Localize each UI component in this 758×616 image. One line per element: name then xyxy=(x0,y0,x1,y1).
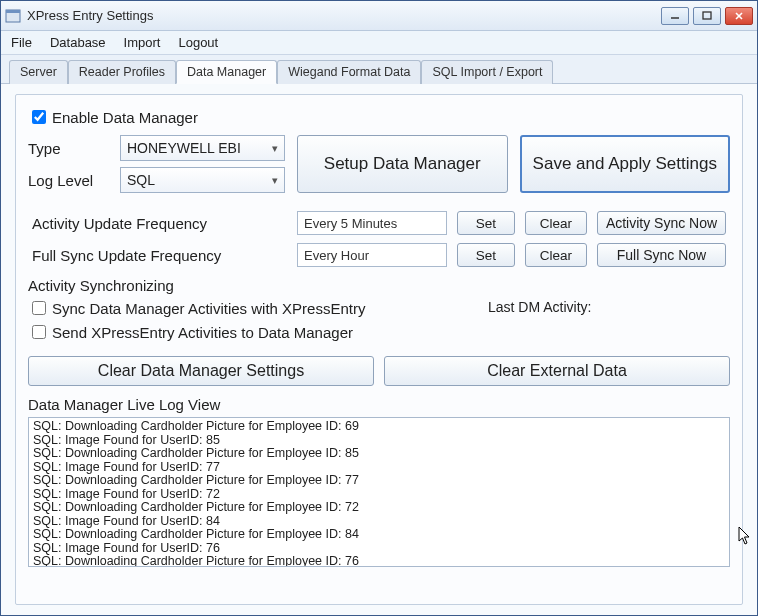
save-apply-button[interactable]: Save and Apply Settings xyxy=(520,135,731,193)
svg-rect-3 xyxy=(703,12,711,19)
loglevel-combo[interactable]: SQL xyxy=(120,167,285,193)
titlebar: XPress Entry Settings xyxy=(1,1,757,31)
log-line: SQL: Downloading Cardholder Picture for … xyxy=(33,555,725,567)
minimize-button[interactable] xyxy=(661,7,689,25)
activity-clear-button[interactable]: Clear xyxy=(525,211,587,235)
log-title: Data Manager Live Log View xyxy=(28,396,730,413)
sync-opt2-checkbox[interactable] xyxy=(32,325,46,339)
tab-reader-profiles[interactable]: Reader Profiles xyxy=(68,60,176,84)
log-line: SQL: Downloading Cardholder Picture for … xyxy=(33,501,725,515)
maximize-button[interactable] xyxy=(693,7,721,25)
fullsync-clear-button[interactable]: Clear xyxy=(525,243,587,267)
fullsync-freq-label: Full Sync Update Frequency xyxy=(32,247,287,264)
tab-server[interactable]: Server xyxy=(9,60,68,84)
menu-file[interactable]: File xyxy=(11,35,32,50)
loglevel-label: Log Level xyxy=(28,172,108,189)
enable-row: Enable Data Manager xyxy=(28,107,730,127)
enable-label: Enable Data Manager xyxy=(52,109,198,126)
log-line: SQL: Downloading Cardholder Picture for … xyxy=(33,474,725,488)
close-button[interactable] xyxy=(725,7,753,25)
log-line: SQL: Downloading Cardholder Picture for … xyxy=(33,528,725,542)
last-dm-activity-label: Last DM Activity: xyxy=(488,299,591,315)
tabstrip: Server Reader Profiles Data Manager Wieg… xyxy=(1,55,757,84)
log-line: SQL: Image Found for UserID: 77 xyxy=(33,461,725,475)
sync-title: Activity Synchronizing xyxy=(28,277,730,294)
log-box[interactable]: SQL: Downloading Cardholder Picture for … xyxy=(28,417,730,567)
setup-button[interactable]: Setup Data Manager xyxy=(297,135,508,193)
loglevel-value: SQL xyxy=(127,172,155,188)
activity-freq-input[interactable]: Every 5 Minutes xyxy=(297,211,447,235)
menu-import[interactable]: Import xyxy=(124,35,161,50)
tab-wiegand[interactable]: Wiegand Format Data xyxy=(277,60,421,84)
data-manager-panel: Enable Data Manager Type HONEYWELL EBI S… xyxy=(15,94,743,605)
app-icon xyxy=(5,8,21,24)
log-line: SQL: Downloading Cardholder Picture for … xyxy=(33,447,725,461)
menu-logout[interactable]: Logout xyxy=(178,35,218,50)
log-line: SQL: Downloading Cardholder Picture for … xyxy=(33,420,725,434)
log-line: SQL: Image Found for UserID: 72 xyxy=(33,488,725,502)
svg-rect-1 xyxy=(6,10,20,13)
clear-external-data-button[interactable]: Clear External Data xyxy=(384,356,730,386)
clear-dm-settings-button[interactable]: Clear Data Manager Settings xyxy=(28,356,374,386)
menu-database[interactable]: Database xyxy=(50,35,106,50)
sync-opt1-label: Sync Data Manager Activities with XPress… xyxy=(52,300,365,317)
type-combo[interactable]: HONEYWELL EBI xyxy=(120,135,285,161)
type-value: HONEYWELL EBI xyxy=(127,140,241,156)
activity-freq-label: Activity Update Frequency xyxy=(32,215,287,232)
log-line: SQL: Image Found for UserID: 85 xyxy=(33,434,725,448)
log-line: SQL: Image Found for UserID: 84 xyxy=(33,515,725,529)
fullsync-set-button[interactable]: Set xyxy=(457,243,515,267)
activity-set-button[interactable]: Set xyxy=(457,211,515,235)
enable-checkbox[interactable] xyxy=(32,110,46,124)
full-sync-now-button[interactable]: Full Sync Now xyxy=(597,243,726,267)
sync-section: Activity Synchronizing Sync Data Manager… xyxy=(28,277,730,342)
sync-opt2-label: Send XPressEntry Activities to Data Mana… xyxy=(52,324,353,341)
log-line: SQL: Image Found for UserID: 76 xyxy=(33,542,725,556)
content-area: Enable Data Manager Type HONEYWELL EBI S… xyxy=(1,84,757,615)
type-label: Type xyxy=(28,140,108,157)
fullsync-freq-input[interactable]: Every Hour xyxy=(297,243,447,267)
menubar: File Database Import Logout xyxy=(1,31,757,55)
activity-sync-now-button[interactable]: Activity Sync Now xyxy=(597,211,726,235)
window-title: XPress Entry Settings xyxy=(27,8,153,23)
tab-data-manager[interactable]: Data Manager xyxy=(176,60,277,84)
sync-opt1-checkbox[interactable] xyxy=(32,301,46,315)
tab-sql-import-export[interactable]: SQL Import / Export xyxy=(421,60,553,84)
app-window: XPress Entry Settings File Database Impo… xyxy=(0,0,758,616)
